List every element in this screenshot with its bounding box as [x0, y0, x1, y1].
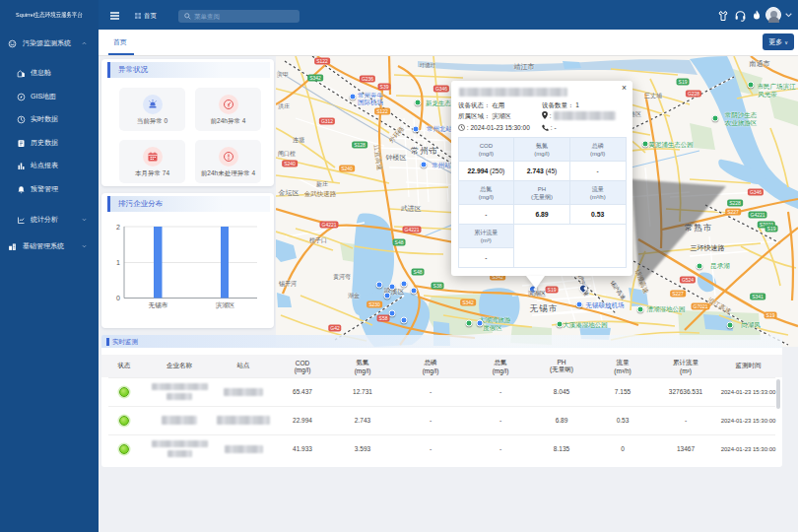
svg-text:2: 2 — [116, 224, 120, 231]
svg-text:1: 1 — [116, 259, 120, 266]
svg-text:0: 0 — [116, 295, 120, 301]
svg-text:无锡市: 无锡市 — [149, 301, 168, 309]
svg-text:滨湖区: 滨湖区 — [216, 301, 235, 309]
